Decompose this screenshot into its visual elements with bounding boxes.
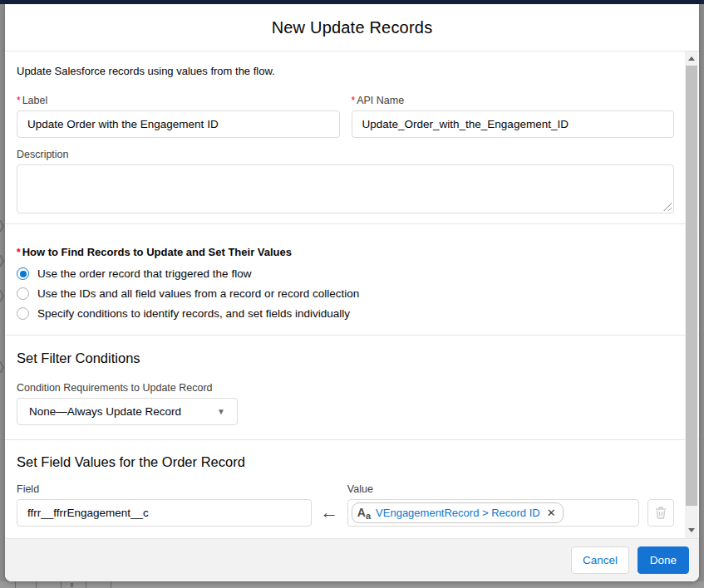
radio-option-triggering-record[interactable]: Use the order record that triggered the … [17, 267, 674, 280]
new-update-records-modal: New Update Records Update Salesforce rec… [5, 4, 699, 581]
scroll-up-arrow-icon[interactable] [685, 51, 698, 65]
intro-text: Update Salesforce records using values f… [12, 65, 674, 77]
done-button[interactable]: Done [638, 546, 689, 574]
radio-button-icon[interactable] [17, 267, 29, 280]
dropdown-selected-value: None—Always Update Record [29, 405, 181, 418]
api-name-input[interactable] [352, 110, 675, 138]
backdrop-right-strip [699, 4, 704, 588]
required-asterisk: * [17, 247, 21, 258]
resize-handle-icon[interactable] [663, 203, 672, 211]
trash-icon [655, 507, 667, 519]
label-field-group: *Label [17, 95, 340, 138]
value-input[interactable]: Aa VEngagementRecord > Record ID ✕ [347, 499, 639, 527]
label-field-label: *Label [17, 95, 340, 106]
field-label: Field [17, 483, 312, 495]
text-type-icon: Aa [357, 506, 371, 521]
how-to-find-label: *How to Find Records to Update and Set T… [17, 246, 674, 258]
section-divider [5, 223, 699, 224]
required-asterisk: * [17, 95, 21, 106]
field-column: Field [17, 483, 312, 527]
field-value-row: Field ← Value Aa VEngagementRecord > Rec… [17, 483, 674, 527]
backdrop-bottom-strip [0, 581, 704, 588]
condition-requirements-label: Condition Requirements to Update Record [17, 382, 674, 394]
description-field-label: Description [17, 149, 674, 160]
how-to-find-records-section: *How to Find Records to Update and Set T… [12, 246, 674, 320]
field-input[interactable] [17, 499, 312, 527]
modal-header: New Update Records [5, 4, 699, 51]
chevron-down-icon: ▼ [217, 407, 225, 416]
scroll-down-arrow-icon[interactable] [685, 523, 698, 537]
vertical-scrollbar[interactable] [685, 51, 698, 538]
required-asterisk: * [352, 95, 356, 106]
value-label: Value [347, 483, 639, 495]
radio-option-specify-conditions[interactable]: Specify conditions to identify records, … [17, 307, 674, 320]
label-input[interactable] [17, 110, 340, 138]
condition-requirements-dropdown[interactable]: None—Always Update Record ▼ [17, 398, 238, 425]
delete-row-button[interactable] [647, 499, 674, 527]
description-field-group: Description [12, 149, 674, 213]
radio-option-ids-from-record[interactable]: Use the IDs and all field values from a … [17, 287, 674, 300]
section-divider [5, 335, 699, 336]
cancel-button[interactable]: Cancel [571, 546, 629, 574]
modal-body: Update Salesforce records using values f… [5, 51, 699, 538]
section-divider [5, 439, 699, 440]
value-pill[interactable]: Aa VEngagementRecord > Record ID ✕ [352, 502, 564, 523]
set-filter-conditions-section: Set Filter Conditions Condition Requirem… [12, 350, 674, 425]
screen: ❭ ❭ ❭ ❭ New Update Records Update Salesf… [0, 0, 704, 588]
modal-footer: Cancel Done [5, 538, 699, 581]
radio-button-icon[interactable] [17, 307, 29, 320]
filter-section-heading: Set Filter Conditions [17, 350, 674, 366]
modal-title: New Update Records [272, 18, 433, 37]
radio-button-icon[interactable] [17, 287, 29, 300]
left-arrow-icon: ← [312, 502, 347, 527]
api-name-field-label: *API Name [352, 95, 675, 106]
pill-label: VEngagementRecord > Record ID [376, 507, 540, 519]
value-column: Value Aa VEngagementRecord > Record ID ✕ [347, 483, 639, 527]
description-textarea[interactable] [17, 164, 674, 213]
field-values-heading: Set Field Values for the Order Record [17, 454, 674, 470]
name-fields-row: *Label *API Name [12, 95, 674, 138]
api-name-field-group: *API Name [352, 95, 675, 138]
scrollbar-thumb[interactable] [686, 66, 697, 506]
set-field-values-section: Set Field Values for the Order Record Fi… [12, 454, 674, 538]
radio-group: Use the order record that triggered the … [17, 267, 674, 320]
remove-pill-icon[interactable]: ✕ [547, 507, 556, 519]
